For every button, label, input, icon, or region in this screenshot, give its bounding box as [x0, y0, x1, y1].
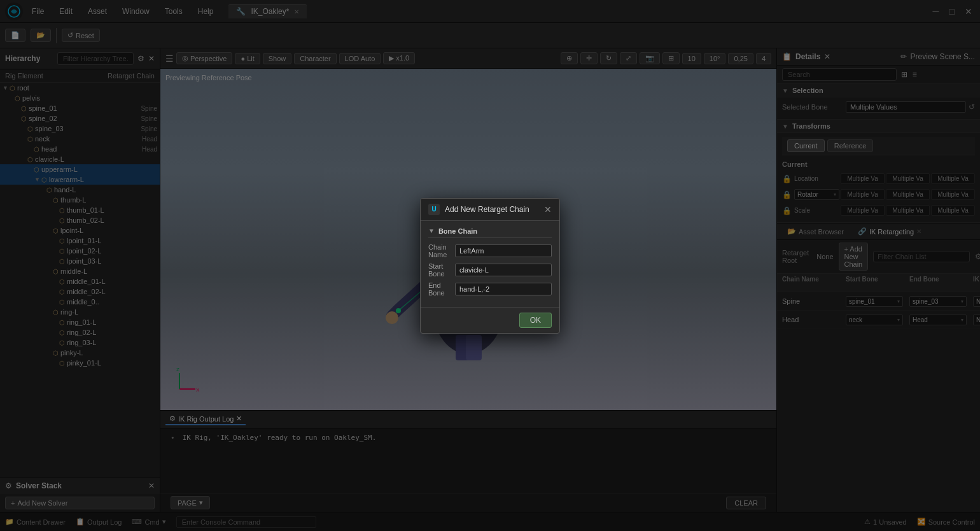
end-bone-field: End Bone — [428, 281, 552, 297]
bone-chain-arrow-icon: ▼ — [428, 227, 435, 234]
chain-name-field-label: Chain Name — [428, 243, 455, 258]
modal-overlay: U Add New Retarget Chain ✕ ▼ Bone Chain … — [0, 0, 980, 531]
modal-body: ▼ Bone Chain Chain Name Start Bone End B… — [421, 221, 559, 307]
modal-ok-button[interactable]: OK — [519, 313, 552, 328]
chain-name-input[interactable] — [455, 244, 552, 257]
bone-chain-section-header: ▼ Bone Chain — [428, 227, 552, 238]
bone-chain-label: Bone Chain — [438, 227, 477, 235]
end-bone-input[interactable] — [455, 283, 552, 295]
start-bone-field: Start Bone — [428, 262, 552, 278]
end-bone-field-label: End Bone — [428, 281, 455, 297]
modal-close-button[interactable]: ✕ — [544, 204, 552, 215]
add-retarget-chain-modal: U Add New Retarget Chain ✕ ▼ Bone Chain … — [420, 198, 560, 334]
modal-titlebar: U Add New Retarget Chain ✕ — [421, 199, 559, 221]
modal-footer: OK — [421, 307, 559, 333]
start-bone-field-label: Start Bone — [428, 262, 455, 278]
modal-title: Add New Retarget Chain — [445, 205, 539, 214]
start-bone-input[interactable] — [455, 264, 552, 276]
chain-name-field: Chain Name — [428, 243, 552, 258]
modal-logo: U — [428, 204, 440, 215]
